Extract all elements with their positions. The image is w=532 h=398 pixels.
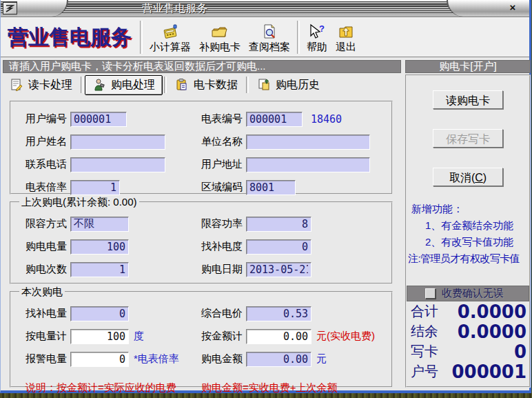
tab-separator	[164, 77, 167, 93]
note-line: 2、有改写卡值功能	[425, 234, 529, 250]
confirm-checkbox[interactable]	[425, 288, 436, 299]
purchase-times-input[interactable]	[70, 262, 129, 277]
write-card-value: 0	[438, 341, 526, 362]
by-energy-input[interactable]	[70, 329, 129, 344]
account-no-label: 户号	[411, 362, 438, 381]
purchase-date-input[interactable]	[246, 262, 311, 277]
tab-read-card[interactable]: 读卡处理	[3, 76, 79, 94]
limit-power-input[interactable]	[246, 217, 311, 232]
balance-row: 结余 0.0000	[407, 321, 529, 341]
current-purchase-legend: 本次购电	[19, 286, 65, 299]
calculator-label: 小计算器	[150, 41, 191, 53]
repurchase-card-button[interactable]: 补购电卡	[195, 20, 245, 54]
view-archive-button[interactable]: 查阅档案	[245, 20, 294, 54]
composite-price-label: 综合电价	[201, 307, 246, 320]
by-amount-unit: 元(实收电费)	[316, 330, 375, 343]
exit-button[interactable]: 退出	[331, 20, 360, 54]
purchase-card-panel: 读购电卡 保存写卡 取消(C) 新增功能： 1、有金额结余功能 2、有改写卡值功…	[405, 74, 531, 388]
unit-name-label: 单位名称	[201, 135, 246, 148]
write-card-row: 写卡 0	[407, 341, 529, 361]
user-name-label: 用户姓名	[25, 135, 70, 148]
help-label: 帮助	[307, 41, 327, 53]
app-logo-icon	[3, 2, 17, 14]
tab-purchase-history[interactable]: 购电历史	[250, 76, 327, 94]
read-card-button[interactable]: 读购电卡	[433, 90, 503, 109]
meter-no-input[interactable]	[246, 112, 303, 127]
note-left: 说明：按金额计=实际应收的电费	[25, 381, 176, 395]
phone-label: 联系电话	[25, 158, 70, 171]
close-button[interactable]: ×	[506, 1, 520, 14]
last-purchase-group: 上次购电(累计余额: 0.00) 限容方式 限容功率 购电电量	[10, 201, 393, 284]
person-icon	[92, 78, 106, 92]
calculator-icon	[161, 23, 179, 41]
meter-rate-label: 电表倍率	[25, 181, 70, 194]
energy-bought-input[interactable]	[70, 239, 129, 255]
side-panel-title: 购电卡[开户]	[405, 60, 531, 73]
note-line: 注:管理员才有权改写卡值	[408, 250, 529, 267]
phone-input[interactable]	[70, 157, 165, 172]
composite-price-input[interactable]	[246, 306, 311, 321]
note-line: 新增功能：	[411, 201, 529, 217]
status-message-bar: 请插入用户购电卡，读卡分析电表返回数据后才可购电...	[3, 60, 401, 73]
area-code-label: 区域编码	[201, 181, 246, 194]
adjust-energy-input[interactable]	[70, 306, 129, 321]
user-name-input[interactable]	[70, 135, 165, 150]
purchase-times-label: 购电次数	[25, 263, 70, 276]
area-code-input[interactable]	[246, 180, 296, 195]
folder-card-icon	[211, 23, 229, 41]
tab-purchase-process[interactable]: 购电处理	[85, 75, 163, 95]
window-title: 营业售电服务	[142, 2, 208, 15]
alarm-energy-input[interactable]	[70, 352, 129, 367]
limit-mode-input[interactable]	[70, 217, 129, 232]
tab-card-data-label: 电卡数据	[194, 78, 238, 92]
purchase-amount-unit: 元	[316, 352, 327, 366]
doc-edit-icon	[10, 78, 23, 92]
calculator-button[interactable]: 小计算器	[145, 20, 195, 54]
by-amount-input[interactable]	[246, 329, 311, 344]
left-column: 请插入用户购电卡，读卡分析电表返回数据后才可购电... 读卡处理	[3, 60, 401, 388]
by-energy-unit: 度	[134, 330, 144, 343]
user-no-input[interactable]	[70, 112, 127, 127]
help-icon: ?	[308, 23, 326, 41]
note-right: 购电金额=实收电费+上次余额	[201, 381, 338, 395]
by-energy-label: 按电量计	[25, 330, 70, 343]
user-no-label: 用户编号	[25, 112, 70, 126]
toolbar-separator	[140, 21, 143, 54]
by-amount-label: 按金额计	[201, 330, 246, 343]
help-button[interactable]: ? 帮助	[303, 20, 331, 54]
toolbar-separator	[297, 21, 300, 54]
unit-name-input[interactable]	[246, 135, 370, 150]
archive-search-icon	[261, 23, 278, 41]
limit-mode-label: 限容方式	[25, 217, 70, 230]
total-label: 合计	[411, 302, 438, 321]
cancel-button[interactable]: 取消(C)	[433, 168, 503, 186]
address-input[interactable]	[246, 157, 370, 172]
account-no-row: 户号 000001	[407, 361, 529, 381]
right-column: 购电卡[开户] 读购电卡 保存写卡 取消(C) 新增功能： 1、有金额结余功能 …	[405, 60, 531, 388]
tab-strip: 读卡处理 购电处理	[3, 74, 401, 95]
alarm-energy-label: 报警电量	[25, 352, 70, 366]
title-bar[interactable]: 营业售电服务 ×	[1, 0, 529, 17]
current-purchase-group: 本次购电 找补电量 综合电价 按电量计 度	[10, 291, 393, 388]
meter-serial-text: 18460	[311, 113, 342, 126]
limit-power-label: 限容功率	[201, 217, 246, 230]
address-label: 用户地址	[201, 158, 246, 171]
tab-purchase-process-label: 购电处理	[111, 78, 155, 92]
adjust-degree-input[interactable]	[246, 239, 311, 255]
purchase-amount-input[interactable]	[246, 352, 311, 367]
tab-purchase-history-label: 购电历史	[276, 78, 320, 92]
write-card-label: 写卡	[411, 342, 438, 361]
purchase-amount-label: 购电金额	[201, 352, 246, 366]
exit-icon	[337, 23, 355, 41]
balance-value: 0.0000	[438, 321, 526, 342]
user-info-panel: 用户编号 电表编号 18460 用户姓名 单位名称	[10, 101, 393, 195]
total-value: 0.0000	[438, 301, 526, 322]
meter-rate-input[interactable]	[70, 180, 120, 195]
adjust-energy-label: 找补电量	[25, 307, 70, 320]
tab-card-data[interactable]: 电卡数据	[168, 76, 245, 94]
balance-label: 结余	[411, 322, 438, 341]
exit-label: 退出	[336, 41, 356, 53]
note-line: 1、有金额结余功能	[425, 217, 529, 234]
tab-separator	[81, 77, 83, 93]
save-write-card-button: 保存写卡	[433, 129, 503, 148]
